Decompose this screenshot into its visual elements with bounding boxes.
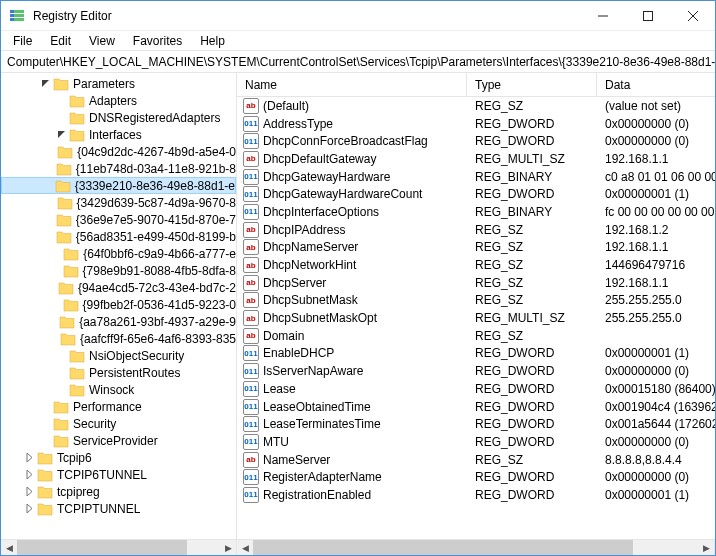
expander-icon[interactable] xyxy=(47,297,63,313)
value-row[interactable]: 011EnableDHCPREG_DWORD0x00000001 (1) xyxy=(237,345,715,363)
tree-item[interactable]: Winsock xyxy=(1,381,236,398)
value-row[interactable]: 011DhcpInterfaceOptionsREG_BINARYfc 00 0… xyxy=(237,203,715,221)
binary-value-icon: 011 xyxy=(243,399,259,415)
col-header-data[interactable]: Data xyxy=(597,73,715,96)
expander-icon[interactable] xyxy=(37,76,53,92)
expander-icon[interactable] xyxy=(47,263,63,279)
value-row[interactable]: 011RegisterAdapterNameREG_DWORD0x0000000… xyxy=(237,468,715,486)
values-pane[interactable]: Name Type Data ab(Default)REG_SZ(value n… xyxy=(237,73,715,539)
value-row[interactable]: abDhcpServerREG_SZ192.168.1.1 xyxy=(237,274,715,292)
value-row[interactable]: 011LeaseREG_DWORD0x00015180 (86400) xyxy=(237,380,715,398)
expander-icon[interactable] xyxy=(42,280,58,296)
expander-icon[interactable] xyxy=(41,195,57,211)
value-row[interactable]: 011RegistrationEnabledREG_DWORD0x0000000… xyxy=(237,486,715,504)
value-row[interactable]: 011DhcpGatewayHardwareREG_BINARYc0 a8 01… xyxy=(237,168,715,186)
tree-item[interactable]: TCPIP6TUNNEL xyxy=(1,466,236,483)
menu-view[interactable]: View xyxy=(81,32,123,50)
maximize-button[interactable] xyxy=(625,1,670,30)
expander-icon[interactable] xyxy=(53,348,69,364)
scroll-left-icon[interactable]: ◀ xyxy=(1,540,17,556)
value-row[interactable]: abDhcpIPAddressREG_SZ192.168.1.2 xyxy=(237,221,715,239)
tree-item[interactable]: tcpipreg xyxy=(1,483,236,500)
tree-item[interactable]: {11eb748d-03a4-11e8-921b-8 xyxy=(1,160,236,177)
tree-item[interactable]: Security xyxy=(1,415,236,432)
menu-help[interactable]: Help xyxy=(192,32,233,50)
tree-item[interactable]: Interfaces xyxy=(1,126,236,143)
scroll-track[interactable] xyxy=(17,540,220,555)
tree-item[interactable]: DNSRegisteredAdapters xyxy=(1,109,236,126)
tree-item[interactable]: {36e9e7e5-9070-415d-870e-7 xyxy=(1,211,236,228)
tree-item[interactable]: ServiceProvider xyxy=(1,432,236,449)
tree-item[interactable]: {99fbeb2f-0536-41d5-9223-0 xyxy=(1,296,236,313)
value-row[interactable]: 011DhcpGatewayHardwareCountREG_DWORD0x00… xyxy=(237,185,715,203)
expander-icon[interactable] xyxy=(41,144,57,160)
expander-icon[interactable] xyxy=(21,467,37,483)
scroll-right-icon[interactable]: ▶ xyxy=(698,540,714,556)
value-row[interactable]: 011LeaseObtainedTimeREG_DWORD0x001904c4 … xyxy=(237,398,715,416)
expander-icon[interactable] xyxy=(21,501,37,517)
scroll-right-icon[interactable]: ▶ xyxy=(220,540,236,556)
column-header[interactable]: Name Type Data xyxy=(237,73,715,97)
expander-icon[interactable] xyxy=(37,416,53,432)
value-row[interactable]: abDhcpSubnetMaskREG_SZ255.255.255.0 xyxy=(237,292,715,310)
value-row[interactable]: abNameServerREG_SZ8.8.8.8,8.8.4.4 xyxy=(237,451,715,469)
tree-item[interactable]: {3339e210-8e36-49e8-88d1-e xyxy=(1,177,236,194)
tree-pane[interactable]: ParametersAdaptersDNSRegisteredAdaptersI… xyxy=(1,73,237,539)
value-row[interactable]: abDhcpNetworkHintREG_SZ144696479716 xyxy=(237,256,715,274)
expander-icon[interactable] xyxy=(21,450,37,466)
close-button[interactable] xyxy=(670,1,715,30)
expander-icon[interactable] xyxy=(53,93,69,109)
value-row[interactable]: 011MTUREG_DWORD0x00000000 (0) xyxy=(237,433,715,451)
value-row[interactable]: abDhcpNameServerREG_SZ192.168.1.1 xyxy=(237,239,715,257)
expander-icon[interactable] xyxy=(21,484,37,500)
col-header-name[interactable]: Name xyxy=(237,73,467,96)
expander-icon[interactable] xyxy=(43,314,59,330)
expander-icon[interactable] xyxy=(53,382,69,398)
expander-icon[interactable] xyxy=(37,399,53,415)
tree-item[interactable]: {798e9b91-8088-4fb5-8dfa-8 xyxy=(1,262,236,279)
tree-item[interactable]: {56ad8351-e499-450d-8199-b xyxy=(1,228,236,245)
value-row[interactable]: abDhcpSubnetMaskOptREG_MULTI_SZ255.255.2… xyxy=(237,309,715,327)
expander-icon[interactable] xyxy=(53,110,69,126)
horizontal-scrollbars: ◀ ▶ ◀ ▶ xyxy=(1,539,715,555)
tree-item[interactable]: {3429d639-5c87-4d9a-9670-8 xyxy=(1,194,236,211)
expander-icon[interactable] xyxy=(44,331,60,347)
value-row[interactable]: 011DhcpConnForceBroadcastFlagREG_DWORD0x… xyxy=(237,132,715,150)
tree-item[interactable]: Adapters xyxy=(1,92,236,109)
expander-icon[interactable] xyxy=(47,246,63,262)
tree-item[interactable]: Performance xyxy=(1,398,236,415)
expander-icon[interactable] xyxy=(53,365,69,381)
tree-item[interactable]: Parameters xyxy=(1,75,236,92)
menu-favorites[interactable]: Favorites xyxy=(125,32,190,50)
expander-icon[interactable] xyxy=(39,178,55,194)
scroll-left-icon[interactable]: ◀ xyxy=(237,540,253,556)
menu-file[interactable]: File xyxy=(5,32,40,50)
value-row[interactable]: abDomainREG_SZ xyxy=(237,327,715,345)
tree-item[interactable]: {aa78a261-93bf-4937-a29e-9 xyxy=(1,313,236,330)
value-row[interactable]: abDhcpDefaultGatewayREG_MULTI_SZ192.168.… xyxy=(237,150,715,168)
address-bar[interactable]: Computer\HKEY_LOCAL_MACHINE\SYSTEM\Curre… xyxy=(1,51,715,73)
tree-item[interactable]: {64f0bbf6-c9a9-4b66-a777-e xyxy=(1,245,236,262)
col-header-type[interactable]: Type xyxy=(467,73,597,96)
expander-icon[interactable] xyxy=(40,161,56,177)
scroll-track[interactable] xyxy=(253,540,698,555)
expander-icon[interactable] xyxy=(40,229,56,245)
tree-item[interactable]: Tcpip6 xyxy=(1,449,236,466)
value-row[interactable]: 011AddressTypeREG_DWORD0x00000000 (0) xyxy=(237,115,715,133)
expander-icon[interactable] xyxy=(37,433,53,449)
scroll-thumb[interactable] xyxy=(17,540,187,556)
menu-edit[interactable]: Edit xyxy=(42,32,79,50)
value-row[interactable]: 011IsServerNapAwareREG_DWORD0x00000000 (… xyxy=(237,362,715,380)
tree-item[interactable]: PersistentRoutes xyxy=(1,364,236,381)
tree-item[interactable]: {04c9d2dc-4267-4b9d-a5e4-0 xyxy=(1,143,236,160)
scroll-thumb[interactable] xyxy=(253,540,633,556)
tree-item[interactable]: NsiObjectSecurity xyxy=(1,347,236,364)
tree-item[interactable]: {94ae4cd5-72c3-43e4-bd7c-2 xyxy=(1,279,236,296)
value-row[interactable]: ab(Default)REG_SZ(value not set) xyxy=(237,97,715,115)
minimize-button[interactable] xyxy=(580,1,625,30)
expander-icon[interactable] xyxy=(53,127,69,143)
expander-icon[interactable] xyxy=(40,212,56,228)
tree-item[interactable]: TCPIPTUNNEL xyxy=(1,500,236,517)
value-row[interactable]: 011LeaseTerminatesTimeREG_DWORD0x001a564… xyxy=(237,415,715,433)
tree-item[interactable]: {aafcff9f-65e6-4af6-8393-835 xyxy=(1,330,236,347)
